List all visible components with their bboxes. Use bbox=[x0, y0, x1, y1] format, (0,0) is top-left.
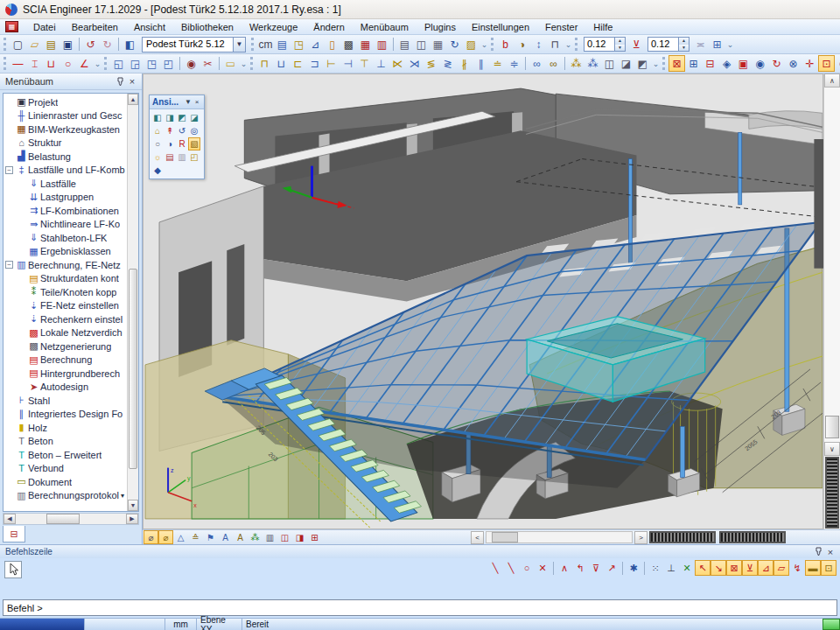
tree-hscrollbar[interactable]: ◀ ▶ bbox=[3, 513, 139, 525]
tab-menu-tree[interactable]: ⊟ bbox=[3, 526, 25, 542]
spinner-arrows[interactable]: ▲▼ bbox=[615, 37, 626, 52]
collapse-icon[interactable]: − bbox=[5, 166, 13, 174]
sidebar-item[interactable]: ▤Hintergrundberech bbox=[5, 367, 126, 381]
print-icon[interactable]: ▤ bbox=[396, 36, 413, 52]
sidebar-item[interactable]: −‡Lastfälle und LF-Komb bbox=[5, 164, 126, 178]
cut-icon[interactable]: ✂ bbox=[200, 55, 216, 72]
overflow-chevron-icon[interactable]: ⌄ bbox=[93, 55, 102, 72]
grid-net-icon[interactable]: ⊞ bbox=[307, 530, 322, 544]
open-project-icon[interactable]: ▱ bbox=[26, 36, 43, 52]
menu-datei[interactable]: Datei bbox=[25, 21, 64, 33]
cursor-snap-icon[interactable]: ✱ bbox=[626, 560, 641, 576]
view-side-icon[interactable]: ◩ bbox=[176, 111, 188, 124]
dot-grid-icon[interactable]: ⁙ bbox=[648, 560, 663, 576]
delete-display-icon[interactable]: ⊗ bbox=[785, 55, 802, 72]
scroll-right-icon[interactable]: > bbox=[634, 531, 648, 544]
dim-line-icon[interactable]: ≑ bbox=[506, 55, 522, 72]
load-display-icon[interactable]: ◉ bbox=[752, 55, 768, 72]
dim-line-icon[interactable]: ⊏ bbox=[290, 55, 306, 72]
view-glasses2-icon[interactable]: ∞ bbox=[545, 55, 562, 72]
copy-icon[interactable]: ◱ bbox=[110, 55, 127, 72]
collapse-icon[interactable]: − bbox=[5, 261, 13, 269]
snap-off-icon[interactable]: ✕ bbox=[679, 560, 695, 576]
tree-scrollbar[interactable]: ▲ ▼ bbox=[127, 94, 138, 511]
zoom-in-icon[interactable]: ◎ bbox=[188, 124, 200, 137]
scale-spinner-1[interactable]: 0.12 ▲▼ bbox=[584, 37, 626, 52]
toolbar-grip[interactable] bbox=[104, 57, 108, 70]
dim-line-icon[interactable]: ≐ bbox=[489, 55, 506, 72]
hinge-icon[interactable]: ≍ bbox=[692, 36, 709, 52]
dim-line-icon[interactable]: ≶ bbox=[423, 55, 439, 72]
surface-display-icon[interactable]: ◈ bbox=[718, 55, 735, 72]
visibility-icon[interactable]: ◉ bbox=[183, 55, 200, 72]
table-edit-icon[interactable]: ▥ bbox=[374, 36, 390, 52]
overflow-chevron-icon[interactable]: ⌄ bbox=[480, 36, 489, 52]
snap-column-icon[interactable]: ⊡ bbox=[821, 560, 836, 576]
node-display-icon[interactable]: ⊠ bbox=[668, 55, 685, 72]
snap-delete-icon[interactable]: ✕ bbox=[535, 560, 550, 576]
redo-icon[interactable]: ↻ bbox=[99, 36, 116, 52]
surface-icon[interactable]: ≙ bbox=[188, 530, 203, 544]
spinner-arrows[interactable]: ▲▼ bbox=[679, 37, 690, 52]
snap-move-icon[interactable]: ↰ bbox=[572, 560, 588, 576]
snap-line2-icon[interactable]: ╲ bbox=[503, 560, 519, 576]
dim-line-icon[interactable]: ⊓ bbox=[256, 55, 273, 72]
scrollbar-thumb[interactable] bbox=[825, 416, 839, 438]
calculator-icon[interactable]: ▦ bbox=[430, 36, 446, 52]
gallery-icon[interactable]: ◳ bbox=[290, 36, 307, 52]
sidebar-item[interactable]: ▤Strukturdaten kont bbox=[5, 272, 126, 286]
status-plane[interactable]: Ebene XY bbox=[197, 619, 242, 630]
walk-through-icon[interactable]: ↟ bbox=[164, 124, 176, 137]
new-project-icon[interactable]: ▢ bbox=[10, 36, 26, 52]
move-icon[interactable]: ◳ bbox=[144, 55, 160, 72]
model-viewport[interactable]: 205 203 2055 203 bbox=[143, 74, 840, 544]
scroll-up-icon[interactable]: ∧ bbox=[824, 74, 840, 88]
dimension-icon[interactable]: ⌶ bbox=[26, 55, 43, 72]
menu-menbaum[interactable]: Menübaum bbox=[353, 21, 416, 33]
update-icon[interactable]: ↻ bbox=[446, 36, 463, 52]
bracket-dimension-icon[interactable]: ⊔ bbox=[43, 55, 60, 72]
snap-node-icon[interactable]: ∧ bbox=[556, 560, 572, 576]
sidebar-item[interactable]: ▩Netzgenerierung bbox=[5, 340, 126, 354]
render-table2-icon[interactable]: ◨ bbox=[292, 530, 307, 544]
pin-icon[interactable] bbox=[812, 546, 824, 558]
snap-arc-icon[interactable]: ▱ bbox=[774, 560, 789, 576]
snap-endpoint-icon[interactable]: ↖ bbox=[695, 560, 710, 576]
shrink-display-icon[interactable]: ⊡ bbox=[818, 55, 835, 72]
command-input[interactable]: Befehl > bbox=[3, 599, 837, 616]
scale-spinner-2[interactable]: 0.12 ▲▼ bbox=[648, 37, 690, 52]
draw-angle-icon[interactable]: ∠ bbox=[76, 55, 93, 72]
zoom-all-icon[interactable]: ⌂ bbox=[151, 124, 164, 137]
clip-visibility-icon[interactable]: ⌀ bbox=[144, 530, 158, 544]
menu-ansicht[interactable]: Ansicht bbox=[126, 21, 173, 33]
flag-icon[interactable]: ⚑ bbox=[203, 530, 218, 544]
book-icon[interactable]: ▥ bbox=[262, 530, 277, 544]
scrollbar-thumb[interactable] bbox=[492, 532, 518, 542]
sidebar-item[interactable]: ⌂Struktur bbox=[5, 136, 126, 150]
toolbar-grip[interactable] bbox=[491, 38, 495, 51]
rotate-wheel-horizontal-1[interactable] bbox=[649, 531, 716, 543]
line-grid-icon[interactable]: ⊥ bbox=[663, 560, 679, 576]
sidebar-item[interactable]: ⇛Nichtlineare LF-Ko bbox=[5, 218, 126, 232]
refresh-display-icon[interactable]: ↻ bbox=[768, 55, 785, 72]
dim-line-icon[interactable]: ⊤ bbox=[356, 55, 373, 72]
rotate-wheel-horizontal-2[interactable] bbox=[719, 531, 786, 543]
dim-line-icon[interactable]: ⊥ bbox=[373, 55, 389, 72]
sidebar-item[interactable]: ▥Berechnungsprotokol▾ bbox=[5, 489, 126, 503]
zoom-previous-icon[interactable]: R bbox=[176, 137, 188, 150]
draw-circle-icon[interactable]: ○ bbox=[60, 55, 76, 72]
camera2-icon[interactable]: ▥ bbox=[176, 150, 188, 164]
select-members-icon[interactable]: ⁂ bbox=[568, 55, 584, 72]
sidebar-item[interactable]: ▤Berechnung bbox=[5, 354, 126, 368]
axes-display-icon[interactable]: ✛ bbox=[802, 55, 818, 72]
selection-mode-button[interactable] bbox=[4, 561, 22, 578]
overflow-chevron-icon[interactable]: ⌄ bbox=[725, 36, 735, 52]
spinner-value[interactable]: 0.12 bbox=[648, 37, 679, 52]
dim-line-icon[interactable]: ⊣ bbox=[340, 55, 356, 72]
spinner-value[interactable]: 0.12 bbox=[584, 37, 615, 52]
sidebar-item[interactable]: ⊦Stahl bbox=[5, 394, 126, 408]
document-window-icon[interactable]: ▦ bbox=[5, 21, 18, 32]
sidebar-item[interactable]: ▦Ergebnisklassen bbox=[5, 245, 126, 259]
view-axo-icon[interactable]: ◧ bbox=[151, 111, 164, 124]
dim-line-icon[interactable]: ⋊ bbox=[406, 55, 423, 72]
